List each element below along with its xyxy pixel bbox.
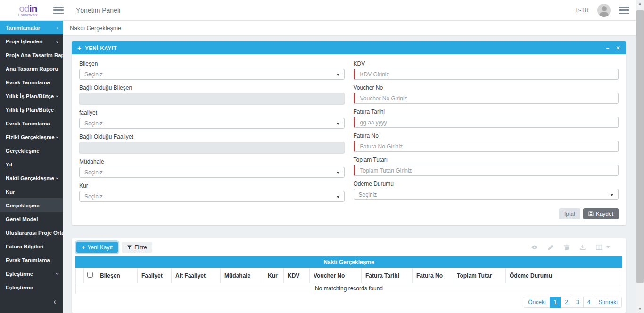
scroll-down-icon[interactable]: ▼ [636, 305, 644, 313]
column-header[interactable]: Bileşen [96, 268, 138, 283]
pagination-next-button[interactable]: Sonraki [594, 297, 622, 308]
sidebar-item-label: Ana Tasarım Raporu [6, 66, 58, 72]
pagination-page-button[interactable]: 2 [561, 297, 572, 308]
select-input[interactable]: Seçiniz [79, 167, 345, 178]
sidebar-item[interactable]: Yıllık İş Plan/Bütçe [0, 103, 63, 116]
sidebar-item-label: Evrak Tanımlama [6, 121, 50, 126]
new-record-button[interactable]: +Yeni Kayıt [76, 242, 118, 253]
sidebar-item[interactable]: Evrak Tanımlama [0, 116, 63, 130]
pagination-page-button[interactable]: 1 [550, 297, 561, 308]
save-button[interactable]: Kaydet [583, 208, 619, 219]
sidebar-item-label: Proje İşlemleri [6, 39, 43, 44]
chevron-down-icon [336, 74, 340, 76]
pagination-page-button[interactable]: 4 [583, 297, 595, 308]
filter-button[interactable]: Filtre [122, 242, 152, 253]
chevron-down-icon: ‹ [54, 177, 60, 179]
text-input[interactable] [354, 141, 619, 152]
text-input[interactable] [354, 69, 619, 80]
column-header[interactable]: Voucher No [310, 268, 362, 283]
field-label: Müdahale [79, 158, 345, 165]
locale-selector[interactable]: tr-TR [576, 7, 589, 14]
sidebar-item[interactable]: Tanımlamalar‹ [0, 21, 63, 34]
vertical-scrollbar[interactable]: ▲ ▼ [636, 0, 644, 313]
column-header[interactable]: Müdahale [221, 268, 264, 283]
plus-icon: + [77, 44, 81, 52]
table-title: Nakti Gerçekleşme [323, 259, 374, 265]
sidebar-item[interactable]: Uluslararası Proje Ortağı [0, 226, 63, 239]
text-input[interactable] [354, 93, 619, 104]
column-header-label: Müdahale [224, 272, 250, 279]
form-column-left: BileşenSeçinizBağlı Olduğu Bileşenfaaliy… [79, 60, 345, 206]
form-field: BileşenSeçiniz [79, 60, 345, 80]
column-header[interactable]: KDV [284, 268, 310, 283]
sidebar-item[interactable]: Fatura Bilgileri [0, 239, 63, 253]
sidebar-item-label: Gerçekleşme [6, 203, 40, 208]
sidebar-collapse-icon[interactable]: ‹ [53, 297, 56, 306]
column-header[interactable]: Faaliyet [138, 268, 172, 283]
cancel-button[interactable]: İptal [559, 208, 580, 219]
column-header[interactable]: Alt Faaliyet [172, 268, 221, 283]
pagination-page-button[interactable]: 3 [572, 297, 584, 308]
select-input[interactable]: Seçiniz [79, 191, 345, 202]
sidebar-item-label: Gerçekleşme [6, 148, 40, 154]
chevron-down-icon[interactable] [606, 246, 610, 248]
scroll-up-icon[interactable]: ▲ [636, 0, 644, 8]
select-input[interactable]: Seçiniz [354, 189, 619, 200]
sidebar-toggle-icon[interactable] [53, 7, 64, 14]
app-logo[interactable]: odin FrameWork [0, 0, 50, 21]
panel-title: YENİ KAYIT [85, 45, 116, 51]
delete-icon[interactable] [563, 244, 570, 251]
chevron-left-icon: ‹ [56, 38, 58, 45]
sidebar-item[interactable]: Yıl [0, 157, 63, 171]
empty-message: No matching records found [76, 283, 622, 294]
sidebar-item[interactable]: Gerçekleşme [0, 144, 63, 157]
select-input[interactable]: Seçiniz [79, 118, 345, 129]
plus-icon: + [82, 244, 85, 251]
select-input[interactable]: Seçiniz [79, 69, 345, 80]
chevron-left-icon: ‹ [56, 25, 58, 31]
pagination-prev-button[interactable]: Önceki [524, 297, 550, 308]
sidebar-item[interactable]: Evrak Tanımlama [0, 75, 63, 89]
sidebar-item-label: Uluslararası Proje Ortağı [6, 230, 63, 236]
edit-icon[interactable] [547, 244, 554, 251]
new-record-label: Yeni Kayıt [88, 244, 113, 251]
select-all-checkbox[interactable] [87, 272, 93, 278]
close-icon[interactable]: ✕ [616, 45, 620, 51]
settings-menu-icon[interactable] [619, 7, 629, 14]
scrollbar-thumb[interactable] [636, 10, 644, 283]
form-field: Fatura No [354, 132, 619, 152]
download-icon[interactable] [579, 244, 586, 251]
minimize-icon[interactable]: − [606, 45, 609, 51]
column-header[interactable]: Toplam Tutar [453, 268, 506, 283]
table-title-bar: Nakti Gerçekleşme [75, 256, 622, 268]
column-header[interactable]: Ödeme Durumu [506, 268, 622, 283]
text-input[interactable] [354, 117, 619, 128]
column-header[interactable]: Fatura No [413, 268, 453, 283]
column-header-label: Toplam Tutar [457, 272, 492, 279]
column-header[interactable]: Kur [264, 268, 284, 283]
view-icon[interactable] [531, 244, 538, 251]
sidebar-menu: Tanımlamalar‹Proje İşlemleri‹Proje Ana T… [0, 21, 63, 294]
sidebar-item[interactable]: Eşleştirme‹ [0, 267, 63, 280]
sidebar-item[interactable]: Proje Ana Tasarim Raporu‹ [0, 48, 63, 62]
sidebar-item[interactable]: Nakti Gerçekleşme‹ [0, 171, 63, 185]
user-avatar[interactable] [597, 4, 611, 17]
sidebar-item[interactable]: Ana Tasarım Raporu [0, 62, 63, 75]
top-header: odin FrameWork Yönetim Paneli tr-TR [0, 0, 636, 21]
sidebar-item[interactable]: Yıllık İş Plan/Bütçe‹ [0, 89, 63, 103]
sidebar-item[interactable]: Fiziki Gerçekleşme‹ [0, 130, 63, 144]
sidebar-item[interactable]: Kur [0, 185, 63, 198]
sidebar-item-label: Tanımlamalar [6, 25, 40, 31]
select-value: Seçiniz [84, 120, 103, 127]
sidebar-item[interactable]: Evrak Tanımlama [0, 253, 63, 267]
columns-icon[interactable] [595, 244, 603, 251]
column-header[interactable]: Fatura Tarihi [362, 268, 413, 283]
text-input[interactable] [354, 165, 619, 176]
sidebar-item[interactable]: Gerçekleşme [0, 198, 63, 212]
sidebar-item[interactable]: Eşleştirme [0, 280, 63, 294]
chevron-down-icon [336, 196, 340, 198]
sidebar-item[interactable]: Genel Model [0, 212, 63, 226]
sidebar-item[interactable]: Proje İşlemleri‹ [0, 34, 63, 48]
form-field: Ödeme DurumuSeçiniz [354, 181, 619, 200]
chevron-down-icon [336, 123, 340, 125]
